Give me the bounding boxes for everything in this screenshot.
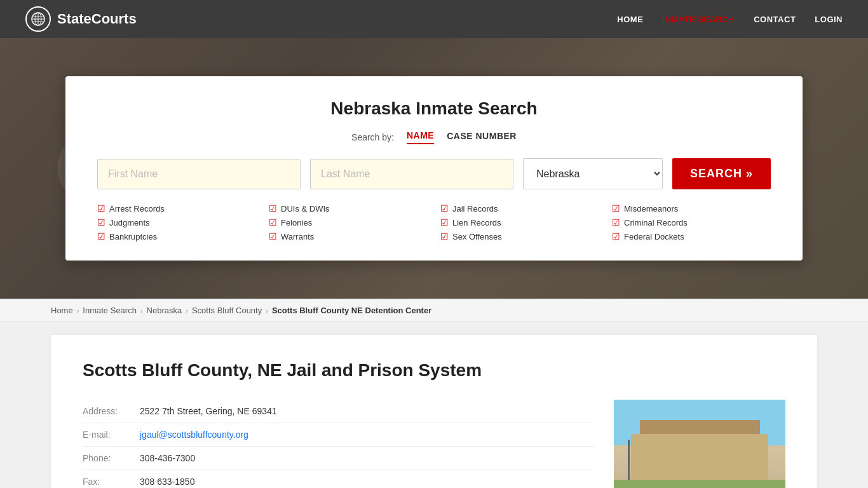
address-value: 2522 7th Street, Gering, NE 69341	[140, 406, 277, 416]
breadcrumb-sep: ›	[140, 307, 143, 315]
search-button[interactable]: SEARCH »	[672, 158, 771, 189]
email-label: E-mail:	[83, 430, 140, 440]
checkbox-icon: ☑	[612, 203, 620, 214]
checkbox-felonies: ☑ Felonies	[269, 217, 428, 227]
fax-row: Fax: 308 633-1850	[83, 470, 595, 488]
ground	[614, 480, 785, 488]
checkbox-icon: ☑	[440, 231, 449, 241]
checkbox-label: Judgments	[109, 218, 150, 227]
search-title: Nebraska Inmate Search	[97, 98, 771, 119]
breadcrumb-sep: ›	[186, 307, 188, 315]
email-value: jgaul@scottsbluffcounty.org	[140, 430, 248, 440]
checkbox-icon: ☑	[440, 203, 449, 214]
checkbox-icon: ☑	[269, 231, 277, 241]
checkbox-criminal-records: ☑ Criminal Records	[612, 217, 771, 227]
main-nav: HOME INMATE SEARCH CONTACT LOGIN	[617, 15, 843, 24]
nav-home[interactable]: HOME	[617, 15, 643, 24]
checkbox-label: Warrants	[281, 232, 314, 241]
search-card: Nebraska Inmate Search Search by: NAME C…	[65, 76, 803, 261]
state-select[interactable]: Nebraska Alabama Alaska Arizona Colorado…	[523, 158, 663, 189]
checkbox-sex-offenses: ☑ Sex Offenses	[440, 231, 599, 241]
checkbox-federal-dockets: ☑ Federal Dockets	[612, 231, 771, 241]
fax-value: 308 633-1850	[140, 477, 194, 487]
checkbox-warrants: ☑ Warrants	[269, 231, 428, 241]
checkbox-label: Federal Dockets	[624, 232, 684, 241]
nav-contact[interactable]: CONTACT	[754, 15, 796, 24]
nav-inmate-search[interactable]: INMATE SEARCH	[662, 15, 735, 24]
main-content: Scotts Bluff County, NE Jail and Prison …	[51, 335, 817, 488]
logo-icon	[25, 6, 51, 32]
facility-title: Scotts Bluff County, NE Jail and Prison …	[83, 360, 785, 381]
checkbox-label: Jail Records	[452, 204, 498, 214]
email-row: E-mail: jgaul@scottsbluffcounty.org	[83, 423, 595, 447]
first-name-input[interactable]	[97, 159, 301, 189]
info-section: Address: 2522 7th Street, Gering, NE 693…	[83, 400, 785, 488]
breadcrumb-home[interactable]: Home	[51, 306, 73, 315]
checkboxes-grid: ☑ Arrest Records ☑ DUIs & DWIs ☑ Jail Re…	[97, 203, 771, 241]
phone-label: Phone:	[83, 453, 140, 463]
checkbox-icon: ☑	[97, 203, 105, 214]
checkbox-label: Arrest Records	[109, 204, 165, 214]
checkbox-judgments: ☑ Judgments	[97, 217, 256, 227]
building-shape	[631, 434, 768, 480]
nav-login[interactable]: LOGIN	[815, 15, 843, 24]
email-link[interactable]: jgaul@scottsbluffcounty.org	[140, 430, 248, 440]
checkbox-misdemeanors: ☑ Misdemeanors	[612, 203, 771, 214]
phone-row: Phone: 308-436-7300	[83, 447, 595, 470]
checkbox-label: Lien Records	[452, 218, 501, 227]
last-name-input[interactable]	[310, 159, 513, 189]
tab-name[interactable]: NAME	[407, 130, 434, 144]
checkbox-icon: ☑	[269, 203, 277, 214]
checkbox-label: Bankruptcies	[109, 232, 157, 241]
address-row: Address: 2522 7th Street, Gering, NE 693…	[83, 400, 595, 423]
logo-text: StateCourts	[57, 11, 137, 27]
checkbox-icon: ☑	[269, 217, 277, 227]
breadcrumb-nebraska[interactable]: Nebraska	[147, 306, 182, 315]
checkbox-bankruptcies: ☑ Bankruptcies	[97, 231, 256, 241]
address-label: Address:	[83, 406, 140, 416]
header: StateCourts HOME INMATE SEARCH CONTACT L…	[0, 0, 868, 38]
checkbox-label: Misdemeanors	[624, 204, 678, 214]
media-column: + NE NE 9	[614, 400, 785, 488]
checkbox-arrest-records: ☑ Arrest Records	[97, 203, 256, 214]
pole-left	[628, 440, 630, 480]
breadcrumb-current: Scotts Bluff County NE Detention Center	[272, 306, 431, 315]
search-by-label: Search by:	[351, 132, 394, 142]
facility-photo	[614, 400, 785, 488]
tab-case-number[interactable]: CASE NUMBER	[447, 131, 517, 144]
checkbox-icon: ☑	[612, 217, 620, 227]
search-by-row: Search by: NAME CASE NUMBER	[97, 130, 771, 144]
breadcrumb: Home › Inmate Search › Nebraska › Scotts…	[0, 299, 868, 322]
fax-label: Fax:	[83, 477, 140, 487]
breadcrumb-sep: ›	[266, 307, 268, 315]
checkbox-icon: ☑	[440, 217, 449, 227]
checkbox-label: DUIs & DWIs	[281, 204, 330, 214]
hero-section: COURTHOUSE Nebraska Inmate Search Search…	[0, 38, 868, 299]
checkbox-label: Sex Offenses	[452, 232, 502, 241]
search-inputs-row: Nebraska Alabama Alaska Arizona Colorado…	[97, 158, 771, 189]
info-table: Address: 2522 7th Street, Gering, NE 693…	[83, 400, 595, 488]
logo[interactable]: StateCourts	[25, 6, 137, 32]
checkbox-label: Criminal Records	[624, 218, 688, 227]
checkbox-lien-records: ☑ Lien Records	[440, 217, 599, 227]
breadcrumb-inmate-search[interactable]: Inmate Search	[83, 306, 137, 315]
breadcrumb-county[interactable]: Scotts Bluff County	[192, 306, 262, 315]
checkbox-icon: ☑	[612, 231, 620, 241]
checkbox-icon: ☑	[97, 231, 105, 241]
phone-value: 308-436-7300	[140, 453, 195, 463]
checkbox-label: Felonies	[281, 218, 312, 227]
breadcrumb-sep: ›	[77, 307, 79, 315]
checkbox-duis-dwis: ☑ DUIs & DWIs	[269, 203, 428, 214]
checkbox-icon: ☑	[97, 217, 105, 227]
checkbox-jail-records: ☑ Jail Records	[440, 203, 599, 214]
building-roof	[640, 420, 760, 434]
